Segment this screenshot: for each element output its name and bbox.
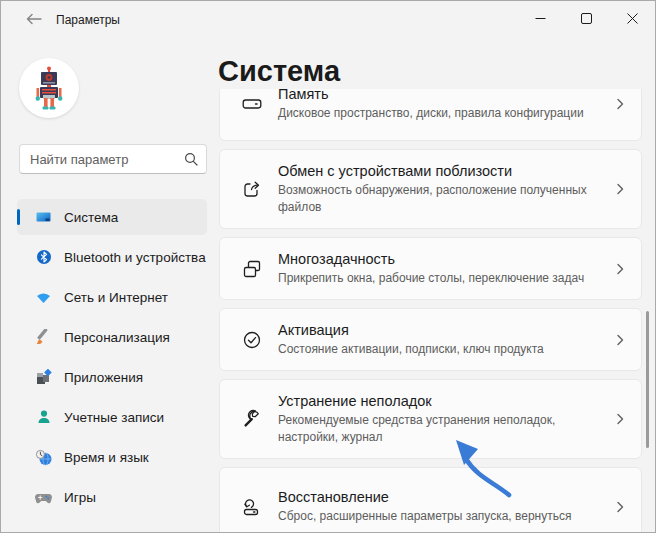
selected-accent-bar: [17, 209, 20, 225]
sidebar-item-personalization[interactable]: Персонализация: [17, 319, 207, 355]
minimize-button[interactable]: [517, 1, 563, 35]
sidebar-nav: Система Bluetooth и устройства Сеть и Ин…: [17, 199, 207, 519]
row-nearby-share[interactable]: Обмен с устройствами поблизости Возможно…: [219, 149, 642, 229]
network-icon: [35, 289, 52, 306]
accounts-icon: [35, 409, 52, 426]
search-box[interactable]: [19, 144, 207, 174]
user-avatar: [19, 58, 79, 118]
apps-icon: [35, 369, 52, 386]
minimize-icon: [535, 13, 546, 24]
sidebar-item-label: Персонализация: [64, 330, 170, 345]
sidebar-item-accounts[interactable]: Учетные записи: [17, 399, 207, 435]
row-troubleshoot[interactable]: Устранение неполадок Рекомендуемые средс…: [219, 379, 642, 459]
window-title: Параметры: [56, 13, 120, 27]
robot-avatar-icon: [32, 66, 66, 110]
row-title: Память: [278, 89, 613, 102]
activation-icon: [242, 330, 262, 350]
row-storage[interactable]: Память Дисковое пространство, диски, пра…: [219, 89, 642, 141]
system-icon: [35, 209, 52, 226]
sidebar-item-network[interactable]: Сеть и Интернет: [17, 279, 207, 315]
row-activation[interactable]: Активация Состояние активации, подписки,…: [219, 308, 642, 371]
chevron-right-icon: [613, 182, 627, 196]
nearby-share-icon: [242, 179, 262, 199]
sidebar-item-system[interactable]: Система: [17, 199, 207, 235]
storage-icon: [242, 94, 262, 114]
time-language-icon: [35, 449, 52, 466]
search-input[interactable]: [30, 152, 184, 167]
row-title: Активация: [278, 322, 613, 338]
close-icon: [627, 13, 638, 24]
back-button[interactable]: [21, 8, 47, 30]
chevron-right-icon: [613, 262, 627, 276]
page-title: Система: [218, 55, 340, 88]
sidebar-item-gaming[interactable]: Игры: [17, 479, 207, 515]
maximize-icon: [581, 13, 592, 24]
sidebar-item-label: Время и язык: [64, 450, 149, 465]
chevron-right-icon: [613, 500, 627, 514]
row-title: Восстановление: [278, 489, 613, 505]
row-subtitle: Возможность обнаружения, расположение по…: [278, 182, 613, 214]
sidebar-item-apps[interactable]: Приложения: [17, 359, 207, 395]
row-recovery[interactable]: Восстановление Сброс, расширенные параме…: [219, 467, 642, 533]
sidebar-item-label: Система: [64, 210, 118, 225]
close-button[interactable]: [609, 1, 655, 35]
row-multitasking[interactable]: Многозадачность Прикрепить окна, рабочие…: [219, 237, 642, 300]
settings-list: Память Дисковое пространство, диски, пра…: [219, 89, 643, 533]
gaming-icon: [35, 489, 52, 506]
row-subtitle: Рекомендуемые средства устранения непола…: [278, 412, 613, 444]
row-subtitle: Прикрепить окна, рабочие столы, переключ…: [278, 270, 613, 286]
recovery-icon: [242, 497, 262, 517]
chevron-right-icon: [613, 97, 627, 111]
back-arrow-icon: [26, 13, 42, 25]
personalization-icon: [35, 329, 52, 346]
row-title: Устранение неполадок: [278, 393, 613, 409]
sidebar-item-label: Bluetooth и устройства: [64, 250, 206, 265]
vertical-scrollbar[interactable]: [646, 311, 649, 448]
chevron-right-icon: [613, 333, 627, 347]
troubleshoot-icon: [242, 409, 262, 429]
sidebar-item-time-language[interactable]: Время и язык: [17, 439, 207, 475]
maximize-button[interactable]: [563, 1, 609, 35]
sidebar-item-label: Сеть и Интернет: [64, 290, 168, 305]
sidebar-item-bluetooth[interactable]: Bluetooth и устройства: [17, 239, 207, 275]
titlebar: Параметры: [1, 1, 655, 37]
multitasking-icon: [242, 259, 262, 279]
search-icon: [184, 152, 198, 166]
row-subtitle: Сброс, расширенные параметры запуска, ве…: [278, 508, 613, 524]
sidebar-item-label: Приложения: [64, 370, 143, 385]
row-title: Многозадачность: [278, 251, 613, 267]
chevron-right-icon: [613, 412, 627, 426]
sidebar-item-label: Учетные записи: [64, 410, 164, 425]
sidebar-item-label: Игры: [64, 490, 96, 505]
row-title: Обмен с устройствами поблизости: [278, 163, 613, 179]
bluetooth-icon: [35, 249, 52, 266]
row-subtitle: Состояние активации, подписки, ключ прод…: [278, 341, 613, 357]
row-subtitle: Дисковое пространство, диски, правила ко…: [278, 105, 613, 121]
